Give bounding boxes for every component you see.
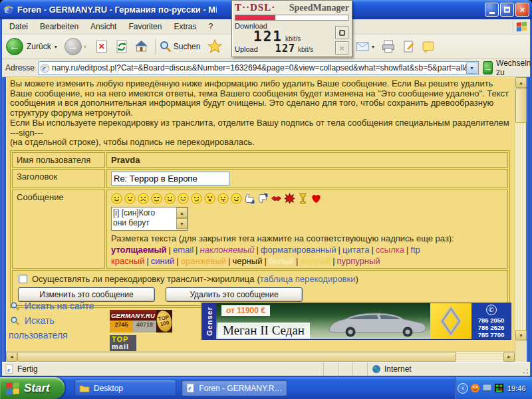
refresh-button[interactable]	[114, 39, 130, 55]
smiley-cool-icon[interactable]	[151, 193, 162, 204]
speedmanager-stop-button[interactable]	[335, 26, 348, 39]
status-text: Fertig	[17, 364, 38, 374]
delete-message-button[interactable]: Удалить это сообщение	[166, 287, 303, 302]
go-label[interactable]: Wechseln zu	[496, 59, 531, 77]
scroll-down-icon[interactable]: ▼	[176, 218, 188, 229]
search-user-link-line2[interactable]: пользователя	[9, 330, 68, 340]
tag-red[interactable]: красный	[111, 256, 144, 266]
tag-black[interactable]: черный	[232, 256, 262, 266]
network-meter-icon[interactable]	[494, 383, 504, 393]
smiley-laugh-icon[interactable]	[124, 193, 136, 204]
tray-icon-2[interactable]	[482, 383, 492, 393]
transliteration-table-link[interactable]: таблица перекодировки	[260, 274, 356, 284]
mail-button[interactable]: ▾	[355, 40, 376, 53]
address-dropdown-button[interactable]: ▾	[466, 63, 477, 74]
markup-note: Разметка текста (для закрытия тега нажми…	[111, 233, 503, 243]
go-arrow-icon: →	[483, 63, 492, 73]
start-button[interactable]: Start	[0, 377, 65, 399]
smiley-shocked-icon[interactable]	[204, 193, 215, 204]
vertical-scrollbar[interactable]: ▲ ▼	[515, 77, 526, 362]
thumbs-down-icon[interactable]	[257, 193, 269, 204]
menu-extras[interactable]: Extras	[168, 20, 202, 33]
forward-button[interactable]: → ▾	[65, 38, 88, 55]
address-url[interactable]: nany.ru/editpost.pl?Cat=&Board=discus&Nu…	[52, 63, 466, 72]
drink-glass-icon[interactable]	[297, 193, 309, 204]
address-input[interactable]: e nany.ru/editpost.pl?Cat=&Board=discus&…	[39, 61, 479, 75]
smiley-tongue-icon[interactable]	[217, 193, 229, 204]
close-button[interactable]: ×	[515, 3, 529, 17]
favorites-button[interactable]	[207, 39, 223, 55]
back-button[interactable]: ← Zurück ▾	[6, 38, 59, 55]
mail-dropdown-icon[interactable]: ▾	[372, 44, 374, 50]
smiley-smirk-icon[interactable]	[191, 193, 202, 204]
message-textarea[interactable]: [i] [син]Кого они берут ▲ ▼	[111, 207, 188, 231]
kiss-lips-icon[interactable]	[271, 193, 282, 204]
menu-datei[interactable]: Datei	[3, 20, 34, 33]
back-dropdown-icon[interactable]: ▾	[55, 44, 57, 50]
menu-ansicht[interactable]: Ansicht	[84, 20, 122, 33]
thumbs-up-icon[interactable]	[244, 193, 255, 204]
tag-orange[interactable]: оранжевый	[181, 256, 226, 266]
car-image	[325, 309, 430, 338]
tag-white[interactable]: белый	[269, 256, 294, 266]
tag-email[interactable]: email	[173, 245, 194, 255]
scroll-down-icon[interactable]: ▼	[515, 330, 527, 340]
menu-hilfe[interactable]: ?	[202, 20, 219, 33]
menu-bearbeiten[interactable]: Bearbeiten	[34, 20, 84, 33]
messenger-button[interactable]	[420, 39, 436, 55]
smiley-frown-icon[interactable]	[138, 193, 149, 204]
tray-icon-1[interactable]	[470, 383, 480, 393]
smiley-smile-icon[interactable]	[111, 193, 122, 204]
tag-formatted[interactable]: форматированный	[261, 245, 336, 255]
minimize-button[interactable]	[485, 3, 499, 17]
topmail-banner[interactable]: TOP mail	[110, 335, 136, 352]
content-zone: Вы можете изменить любую приведённую ниж…	[2, 77, 530, 362]
textarea-scrollbar[interactable]: ▲ ▼	[176, 207, 188, 230]
search-site-link[interactable]: Искать на сайте	[10, 301, 94, 311]
vertical-scroll-thumb[interactable]	[515, 88, 527, 123]
scroll-left-icon[interactable]: ◄	[6, 352, 17, 362]
spam-burst-icon[interactable]	[284, 193, 295, 204]
search-button[interactable]: Suchen	[159, 40, 205, 53]
tag-blue[interactable]: синий	[151, 256, 174, 266]
home-button[interactable]	[134, 39, 150, 55]
edit-message-button[interactable]: Изменить это сообщение	[18, 287, 155, 302]
task-button-desktop[interactable]: Desktop	[74, 380, 176, 396]
speedmanager-close-button[interactable]: ×	[335, 41, 348, 55]
smiley-wink-icon[interactable]	[231, 193, 242, 204]
scroll-up-icon[interactable]: ▲	[515, 77, 527, 88]
print-button[interactable]	[380, 39, 396, 55]
tag-yellow[interactable]: желтый	[301, 256, 331, 266]
tag-link[interactable]: ссылка	[376, 245, 404, 255]
germany-ru-top100-banner[interactable]: GERMANY.RU 2745 40718 TOP 100	[110, 310, 172, 332]
scroll-up-icon[interactable]: ▲	[176, 207, 188, 218]
upload-value: 127	[275, 43, 295, 55]
menu-favoriten[interactable]: Favoriten	[122, 20, 168, 33]
tag-bold[interactable]: утолщаемый	[111, 245, 167, 255]
renault-ad-banner[interactable]: Genser от 11900 € Меган II Седан ✆ 786 2…	[201, 303, 511, 340]
top100-count-left: 2745	[110, 321, 133, 332]
task-button-foren[interactable]: e Foren - GERMANY.RU...	[181, 380, 287, 396]
go-button[interactable]: →	[483, 61, 493, 74]
message-text[interactable]: [i] [син]Кого они берут	[112, 207, 176, 230]
tag-purple[interactable]: пурпурный	[337, 256, 380, 266]
transliteration-checkbox[interactable]	[19, 275, 27, 283]
tag-italic[interactable]: наклоняемый	[200, 245, 254, 255]
smiley-grin-icon[interactable]	[178, 193, 189, 204]
horizontal-scrollbar[interactable]: ◄ ►	[6, 351, 515, 362]
scroll-right-icon[interactable]: ►	[503, 352, 515, 362]
stop-button[interactable]: ✕	[94, 39, 110, 55]
tag-quote[interactable]: цитата	[342, 245, 370, 255]
resize-grip[interactable]	[521, 362, 530, 376]
edit-button[interactable]	[401, 39, 417, 55]
system-tray: ‹ 19:46	[455, 377, 532, 399]
horizontal-scroll-thumb[interactable]	[17, 352, 456, 362]
subject-input[interactable]	[111, 172, 229, 186]
heart-icon[interactable]	[311, 193, 322, 204]
tray-chevron-icon[interactable]: ‹	[458, 383, 468, 394]
tag-ftp[interactable]: ftp	[410, 245, 420, 255]
maximize-button[interactable]	[500, 3, 514, 17]
back-label: Zurück	[27, 42, 51, 51]
search-user-link[interactable]: Искать	[10, 315, 55, 326]
smiley-happy-icon[interactable]	[164, 193, 176, 204]
